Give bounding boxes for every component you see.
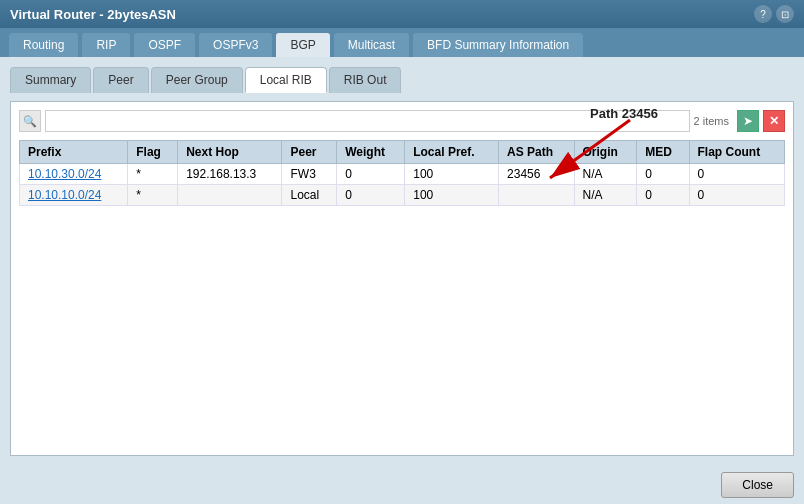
tab-routing[interactable]: Routing [8, 32, 79, 57]
col-flapcount: Flap Count [689, 141, 785, 164]
tab-ospf[interactable]: OSPF [133, 32, 196, 57]
cell-nexthop: 192.168.13.3 [178, 164, 282, 185]
cell-weight: 0 [337, 185, 405, 206]
cell-flag: * [128, 185, 178, 206]
cell-localpref: 100 [405, 164, 499, 185]
cell-flapcount: 0 [689, 164, 785, 185]
table-row: 10.10.10.0/24*Local0100N/A00 [20, 185, 785, 206]
search-go-button[interactable]: ➤ [737, 110, 759, 132]
cell-origin: N/A [574, 164, 637, 185]
cell-med: 0 [637, 164, 689, 185]
help-icon[interactable]: ? [754, 5, 772, 23]
search-icon: 🔍 [19, 110, 41, 132]
table-row: 10.10.30.0/24*192.168.13.3FW3010023456N/… [20, 164, 785, 185]
main-panel: 🔍 2 items ➤ ✕ Prefix Flag Next Hop Peer … [10, 101, 794, 456]
cell-aspath [499, 185, 574, 206]
col-prefix: Prefix [20, 141, 128, 164]
cell-flag: * [128, 164, 178, 185]
title-bar: Virtual Router - 2bytesASN ? ⊡ [0, 0, 804, 28]
search-input[interactable] [45, 110, 690, 132]
cell-prefix[interactable]: 10.10.10.0/24 [20, 185, 128, 206]
tab-rip[interactable]: RIP [81, 32, 131, 57]
content-area: Summary Peer Peer Group Local RIB RIB Ou… [0, 57, 804, 466]
sub-tab-bar: Summary Peer Peer Group Local RIB RIB Ou… [10, 67, 794, 93]
table-header-row: Prefix Flag Next Hop Peer Weight Local P… [20, 141, 785, 164]
col-nexthop: Next Hop [178, 141, 282, 164]
close-button[interactable]: Close [721, 472, 794, 498]
subtab-peer[interactable]: Peer [93, 67, 148, 93]
cell-flapcount: 0 [689, 185, 785, 206]
tab-multicast[interactable]: Multicast [333, 32, 410, 57]
maximize-icon[interactable]: ⊡ [776, 5, 794, 23]
subtab-local-rib[interactable]: Local RIB [245, 67, 327, 93]
footer: Close [0, 466, 804, 504]
search-bar: 🔍 2 items ➤ ✕ [19, 110, 785, 132]
col-origin: Origin [574, 141, 637, 164]
subtab-rib-out[interactable]: RIB Out [329, 67, 402, 93]
cell-prefix[interactable]: 10.10.30.0/24 [20, 164, 128, 185]
col-flag: Flag [128, 141, 178, 164]
main-window: Virtual Router - 2bytesASN ? ⊡ Routing R… [0, 0, 804, 504]
cell-aspath: 23456 [499, 164, 574, 185]
rib-table: Prefix Flag Next Hop Peer Weight Local P… [19, 140, 785, 206]
cell-peer: Local [282, 185, 337, 206]
tab-ospfv3[interactable]: OSPFv3 [198, 32, 273, 57]
col-weight: Weight [337, 141, 405, 164]
subtab-summary[interactable]: Summary [10, 67, 91, 93]
tab-bfd[interactable]: BFD Summary Information [412, 32, 584, 57]
col-peer: Peer [282, 141, 337, 164]
table-container: Prefix Flag Next Hop Peer Weight Local P… [19, 140, 785, 447]
col-aspath: AS Path [499, 141, 574, 164]
cell-weight: 0 [337, 164, 405, 185]
search-clear-button[interactable]: ✕ [763, 110, 785, 132]
tab-bgp[interactable]: BGP [275, 32, 330, 57]
cell-origin: N/A [574, 185, 637, 206]
col-localpref: Local Pref. [405, 141, 499, 164]
subtab-peer-group[interactable]: Peer Group [151, 67, 243, 93]
window-title: Virtual Router - 2bytesASN [10, 7, 176, 22]
cell-nexthop [178, 185, 282, 206]
main-tab-bar: Routing RIP OSPF OSPFv3 BGP Multicast BF… [0, 28, 804, 57]
cell-localpref: 100 [405, 185, 499, 206]
col-med: MED [637, 141, 689, 164]
cell-peer: FW3 [282, 164, 337, 185]
title-bar-icons: ? ⊡ [754, 5, 794, 23]
item-count: 2 items [694, 115, 729, 127]
cell-med: 0 [637, 185, 689, 206]
